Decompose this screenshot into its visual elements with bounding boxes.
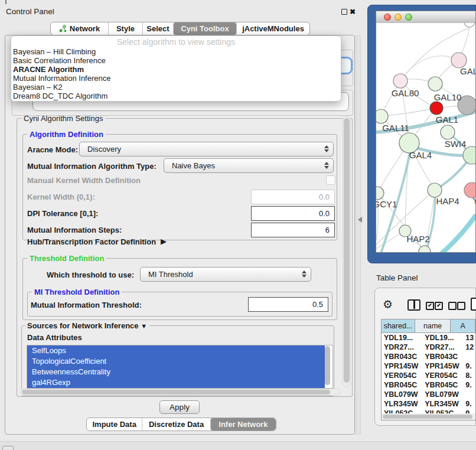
- table-row[interactable]: YBR043C YBR043C: [382, 352, 475, 361]
- table-row[interactable]: YDR27... YDR27... 12: [382, 343, 475, 352]
- attribute-item[interactable]: SelfLoops: [27, 345, 325, 356]
- table-row[interactable]: YER054C YER054C 8.: [382, 371, 475, 380]
- columns-icon[interactable]: [407, 299, 420, 311]
- mi-steps-label: Mutual Information Steps:: [27, 226, 122, 234]
- node-label-gal4: GAL4: [409, 150, 432, 160]
- network-node-gal11[interactable]: [376, 109, 388, 123]
- node-label-y-partial: Y: [472, 195, 475, 206]
- network-tab-icon: [59, 25, 67, 32]
- aracne-mode-label: Aracne Mode:: [27, 145, 78, 154]
- tab-cyni-toolbox[interactable]: Cyni Toolbox: [173, 22, 236, 35]
- node-label-gal80: GAL80: [392, 88, 419, 98]
- tab-network[interactable]: Network: [51, 22, 108, 35]
- tab-impute-data-label: Impute Data: [93, 420, 136, 429]
- table-hscrollbar-thumb[interactable]: [383, 415, 472, 419]
- deselect-all-checkbox-icon[interactable]: [457, 302, 465, 310]
- tab-style-label: Style: [116, 24, 135, 33]
- deselect-all-checkbox-icon[interactable]: [448, 302, 457, 310]
- node-label-hap4: HAP4: [436, 196, 459, 206]
- algorithm-option[interactable]: Bayesian – Hill Climbing: [11, 47, 341, 56]
- column-header-partial[interactable]: A: [451, 319, 475, 332]
- attribute-item[interactable]: TopologicalCoefficient: [27, 356, 325, 367]
- mac-close-button[interactable]: [384, 14, 391, 21]
- hub-expand-arrow-icon[interactable]: ▶: [161, 237, 167, 246]
- attributes-vscrollbar-thumb[interactable]: [325, 346, 330, 385]
- float-window-icon[interactable]: [341, 9, 347, 15]
- algorithm-option-selected[interactable]: ARACNE Algorithm: [11, 65, 341, 74]
- algorithm-dropdown-list: Select algorithm to view settings Bayesi…: [11, 35, 341, 102]
- data-attributes-label: Data Attributes: [27, 333, 82, 342]
- apply-button[interactable]: Apply: [159, 400, 200, 414]
- mi-threshold-field[interactable]: 0.5: [248, 297, 328, 312]
- node-label-gal10: GAL10: [434, 92, 462, 102]
- network-node[interactable]: [464, 23, 475, 27]
- file-icon[interactable]: [471, 298, 476, 311]
- tab-impute-data[interactable]: Impute Data: [87, 418, 142, 431]
- network-node-gal80[interactable]: [393, 74, 407, 88]
- which-threshold-label: Which threshold to use:: [47, 270, 134, 279]
- outer-scroll-strip[interactable]: [356, 35, 361, 435]
- which-threshold-combo[interactable]: MI Threshold: [140, 267, 311, 282]
- algorithm-option[interactable]: Dream8 DC_TDC Algorithm: [11, 92, 341, 100]
- tab-infer-network[interactable]: Infer Network: [210, 418, 276, 431]
- mi-threshold-label: Mutual Information Threshold:: [31, 301, 142, 309]
- network-node-hap4[interactable]: [428, 183, 442, 197]
- splitpane-collapse-arrow[interactable]: [358, 217, 362, 223]
- table-row[interactable]: YBL079W YBL079W: [382, 390, 475, 399]
- tab-select-label: Select: [146, 24, 169, 33]
- node-table: shared... name A YDL19... YDL19... 13 YD…: [381, 319, 476, 420]
- table-row[interactable]: YLR345W YLR345W 9.: [382, 399, 475, 409]
- network-node-big-green[interactable]: [463, 146, 475, 164]
- tab-jactivemnodules[interactable]: jActiveMNodules: [236, 22, 309, 35]
- tab-style[interactable]: Style: [108, 22, 142, 35]
- algorithm-option[interactable]: Mutual Information Inference: [11, 74, 341, 83]
- tab-infer-network-label: Infer Network: [219, 420, 268, 429]
- kernel-width-label: Kernel Width (0,1):: [27, 193, 95, 201]
- dpi-tolerance-label: DPI Tolerance [0,1]:: [27, 209, 98, 218]
- network-window-titlebar[interactable]: [376, 11, 475, 24]
- mac-zoom-button[interactable]: [405, 14, 412, 21]
- network-node-gal1-red[interactable]: [430, 102, 443, 115]
- column-header-shared-name[interactable]: shared...: [382, 319, 415, 332]
- network-node-gal10[interactable]: [428, 77, 442, 91]
- mi-type-combo[interactable]: Naive Bayes: [164, 158, 334, 173]
- settings-hscrollbar-thumb[interactable]: [22, 390, 330, 394]
- aracne-mode-value: Discovery: [87, 145, 121, 154]
- attribute-item[interactable]: gal4RGexp: [27, 377, 325, 388]
- network-node-swi4[interactable]: [441, 125, 455, 139]
- close-window-icon[interactable]: ✖: [350, 8, 356, 16]
- control-panel-tabs: Network Style Select Cyni Toolbox jActiv…: [50, 22, 310, 35]
- sources-collapse-arrow-icon[interactable]: ▼: [141, 322, 147, 330]
- attribute-item[interactable]: BetweennessCentrality: [27, 367, 325, 377]
- algorithm-option[interactable]: Bayesian – K2: [11, 83, 341, 92]
- kernel-width-field[interactable]: 0.0: [251, 190, 335, 204]
- table-row[interactable]: YDL19... YDL19... 13: [382, 333, 475, 343]
- network-canvas[interactable]: GAL GAL80 GAL10 GAL1 GAL11 SWI4 GAL4 GCY…: [376, 23, 475, 252]
- sources-title: Sources for Network Inference ▼: [25, 321, 149, 330]
- which-threshold-value: MI Threshold: [148, 270, 193, 279]
- aracne-mode-combo[interactable]: Discovery: [79, 142, 334, 156]
- network-node-gcy1[interactable]: [376, 187, 384, 200]
- select-all-checkbox-icon[interactable]: [435, 302, 443, 310]
- tab-discretize-data[interactable]: Discretize Data: [142, 418, 210, 431]
- manual-kernel-checkbox[interactable]: [326, 175, 335, 185]
- node-label-swi4: SWI4: [445, 139, 467, 149]
- gear-icon[interactable]: ⚙: [383, 298, 393, 311]
- table-hscrollbar-track[interactable]: [382, 413, 475, 420]
- column-header-name[interactable]: name: [415, 319, 451, 332]
- settings-vscrollbar-thumb[interactable]: [344, 118, 350, 383]
- network-graph[interactable]: GAL GAL80 GAL10 GAL1 GAL11 SWI4 GAL4 GCY…: [376, 23, 475, 252]
- node-label-gcy1: GCY1: [376, 199, 397, 209]
- dpi-tolerance-field[interactable]: 0.0: [251, 206, 335, 221]
- partial-widget: [2, 446, 14, 450]
- algorithm-definition-title: Algorithm Definition: [27, 130, 106, 139]
- select-all-checkbox-icon[interactable]: [426, 302, 434, 310]
- algorithm-option[interactable]: Basic Correlation Inference: [11, 56, 341, 65]
- mi-steps-field[interactable]: 6: [251, 223, 335, 237]
- table-row[interactable]: YPR145W YPR145W 9.: [382, 361, 475, 371]
- algorithm-dropdown-placeholder: Select algorithm to view settings: [11, 37, 341, 47]
- tab-cyni-toolbox-label: Cyni Toolbox: [181, 24, 229, 33]
- tab-select[interactable]: Select: [142, 22, 173, 35]
- mac-minimize-button[interactable]: [395, 14, 402, 21]
- table-row[interactable]: YBR045C YBR045C 9.: [382, 380, 475, 390]
